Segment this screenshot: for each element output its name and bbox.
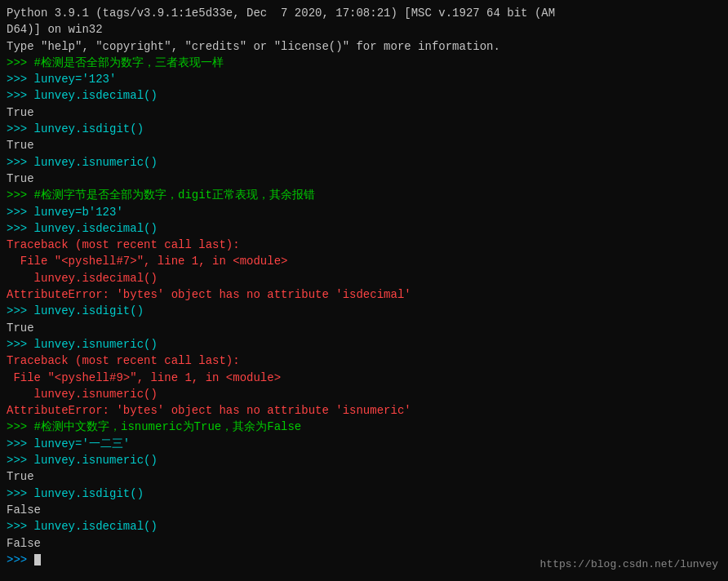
- terminal-line: Traceback (most recent call last):: [7, 353, 721, 369]
- terminal-line: File "<pyshell#9>", line 1, in <module>: [7, 370, 721, 386]
- terminal-line: True: [7, 104, 721, 121]
- terminal-line: >>> lunvey.isnumeric(): [7, 452, 721, 468]
- terminal-line: >>> #检测是否全部为数字，三者表现一样: [7, 55, 721, 71]
- terminal-line: >>> lunvey.isnumeric(): [7, 154, 721, 171]
- terminal-line: True: [7, 320, 721, 336]
- terminal-line: False: [7, 502, 721, 518]
- terminal-line: lunvey.isdecimal(): [7, 270, 721, 286]
- terminal-line: >>> #检测字节是否全部为数字，digit正常表现，其余报错: [7, 187, 721, 203]
- terminal-line: >>> lunvey='一二三': [7, 436, 721, 452]
- terminal-line: >>> lunvey.isdigit(): [7, 486, 721, 502]
- terminal-line: >>> #检测中文数字，isnumeric为True，其余为False: [7, 419, 721, 435]
- terminal-line: True: [7, 171, 721, 187]
- terminal-line: AttributeError: 'bytes' object has no at…: [7, 402, 721, 419]
- terminal-line: False: [7, 535, 721, 552]
- terminal-line: Traceback (most recent call last):: [7, 237, 721, 253]
- terminal-line: >>> lunvey='123': [7, 71, 721, 87]
- terminal-line: >>> lunvey.isdecimal(): [7, 87, 721, 104]
- terminal-line: lunvey.isnumeric(): [7, 386, 721, 402]
- watermark: https://blog.csdn.net/lunvey: [540, 557, 718, 573]
- cursor: [34, 554, 41, 565]
- terminal-line: AttributeError: 'bytes' object has no at…: [7, 286, 721, 303]
- terminal-line: True: [7, 468, 721, 485]
- terminal-content: Python 3.9.1 (tags/v3.9.1:1e5d33e, Dec 7…: [7, 5, 721, 568]
- terminal-line: True: [7, 137, 721, 153]
- terminal-window: Python 3.9.1 (tags/v3.9.1:1e5d33e, Dec 7…: [0, 0, 728, 581]
- terminal-line: >>> lunvey=b'123': [7, 204, 721, 220]
- terminal-line: File "<pyshell#7>", line 1, in <module>: [7, 253, 721, 269]
- terminal-line: D64)] on win32: [7, 21, 721, 38]
- terminal-line: >>> lunvey.isdigit(): [7, 121, 721, 137]
- terminal-line: Type "help", "copyright", "credits" or "…: [7, 38, 721, 55]
- terminal-line: >>> lunvey.isdigit(): [7, 303, 721, 319]
- terminal-line: >>> lunvey.isnumeric(): [7, 336, 721, 353]
- terminal-line: >>> lunvey.isdecimal(): [7, 220, 721, 237]
- terminal-line: >>> lunvey.isdecimal(): [7, 518, 721, 534]
- terminal-line: Python 3.9.1 (tags/v3.9.1:1e5d33e, Dec 7…: [7, 5, 721, 21]
